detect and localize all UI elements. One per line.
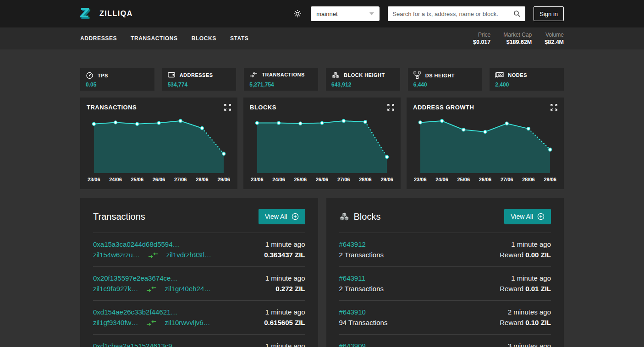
transaction-row: 0xa15a3ca0244d68d5594… zil154w6zrzu… zil… xyxy=(93,233,305,266)
chart-x-label: 24/06 xyxy=(435,177,448,182)
block-reward-label: Reward xyxy=(500,251,525,259)
chart-x-axis: 23/0624/0625/0626/0627/0628/0629/06 xyxy=(250,177,394,182)
chart-x-label: 28/06 xyxy=(522,177,535,182)
transactions-panel: Transactions View All 0xa15a3ca0244d68d5… xyxy=(80,198,318,347)
chart-x-label: 28/06 xyxy=(359,177,372,182)
nav-item-transactions[interactable]: TRANSACTIONS xyxy=(131,35,178,42)
chart-title: BLOCKS xyxy=(250,104,276,111)
top-header: Z Z ZILLIQA mainnet Sign in xyxy=(0,0,644,27)
tx-to-address-link[interactable]: zil10rwvvljv6… xyxy=(165,318,210,327)
stat-label: DS HEIGHT xyxy=(425,73,455,78)
main-nav: ADDRESSES TRANSACTIONS BLOCKS STATS Pric… xyxy=(0,27,644,49)
brand-logo-link[interactable]: Z Z ZILLIQA xyxy=(80,6,133,21)
block-reward-value: 0.01 ZIL xyxy=(525,285,551,293)
blocks-panel: Blocks View All #643912 2 Transactions xyxy=(326,198,564,347)
tx-from-address-link[interactable]: zil154w6zrzu… xyxy=(93,250,140,260)
chart-x-axis: 23/0624/0625/0626/0627/0628/0629/06 xyxy=(87,177,231,182)
nav-item-blocks[interactable]: BLOCKS xyxy=(192,35,216,42)
tx-to-address-link[interactable]: zil1gr40eh24… xyxy=(165,284,211,293)
view-all-label: View All xyxy=(265,213,287,220)
gauge-icon xyxy=(86,71,94,79)
chart-x-label: 26/06 xyxy=(316,177,329,182)
expand-icon[interactable] xyxy=(387,104,394,111)
chart-x-label: 27/06 xyxy=(501,177,513,182)
market-price-value: $0.017 xyxy=(473,38,490,46)
tx-amount: 0.615605 ZIL xyxy=(264,318,305,327)
chart-card-transactions: TRANSACTIONS 23/0624/0625/0626/0627/0628… xyxy=(80,98,237,189)
chart-x-label: 29/06 xyxy=(217,177,230,182)
chart-title: ADDRESS GROWTH xyxy=(413,104,474,111)
block-row: #643911 2 Transactions 1 minute ago Rewa… xyxy=(339,266,551,300)
network-select[interactable]: mainnet xyxy=(311,6,380,21)
chart-x-label: 26/06 xyxy=(479,177,492,182)
expand-icon[interactable] xyxy=(224,104,231,111)
tx-hash-link[interactable]: 0x20f135597e2ea3674ce… xyxy=(93,274,211,283)
tx-amount: 0.363437 ZIL xyxy=(264,250,305,260)
block-row: #643909 3 minutes ago xyxy=(339,334,551,347)
tx-time: 1 minute ago xyxy=(265,342,305,347)
block-reward: Reward 0.00 ZIL xyxy=(500,250,551,260)
block-row: #643912 2 Transactions 1 minute ago Rewa… xyxy=(339,233,551,266)
tx-time: 1 minute ago xyxy=(264,308,305,317)
tx-from-address-link[interactable]: zil1gf9340fw… xyxy=(93,318,138,327)
tx-from-address-link[interactable]: zil1c9fa927k… xyxy=(93,284,138,293)
chart-x-label: 23/06 xyxy=(251,177,264,182)
block-number-link[interactable]: #643909 xyxy=(339,342,366,347)
area-chart xyxy=(87,114,231,175)
transaction-row: 0xd1cbaa2a151524613c9… 1 xyxy=(93,334,305,347)
market-cap-label: Market Cap xyxy=(503,32,532,38)
plus-circle-icon xyxy=(537,213,545,220)
svg-text:Z: Z xyxy=(80,6,90,21)
chart-x-label: 23/06 xyxy=(414,177,427,182)
nav-item-stats[interactable]: STATS xyxy=(230,35,249,42)
block-number-link[interactable]: #643912 xyxy=(339,240,384,249)
sign-in-button[interactable]: Sign in xyxy=(534,6,564,21)
tx-amount: 0.272 ZIL xyxy=(265,284,305,293)
stat-card-ds-height: DS HEIGHT 6,440 xyxy=(408,68,482,91)
chart-x-label: 23/06 xyxy=(88,177,100,182)
block-number-link[interactable]: #643911 xyxy=(339,274,384,283)
nav-item-addresses[interactable]: ADDRESSES xyxy=(80,35,117,42)
transaction-row: 0x20f135597e2ea3674ce… zil1c9fa927k… zil… xyxy=(93,266,305,300)
block-tx-count: 2 Transactions xyxy=(339,250,384,260)
theme-toggle-sun-icon[interactable] xyxy=(292,9,303,19)
block-number-link[interactable]: #643910 xyxy=(339,308,388,317)
nodes-icon xyxy=(495,71,504,78)
stat-card-block-height: BLOCK HEIGHT 643,912 xyxy=(326,68,400,91)
stat-value: 0.05 xyxy=(86,81,149,88)
stat-label: NODES xyxy=(508,72,527,78)
stats-row: TPS 0.05 ADDRESSES 534,774 TRANSACTIONS … xyxy=(80,68,564,91)
chart-x-label: 24/06 xyxy=(272,177,285,182)
market-volume-label: Volume xyxy=(545,32,564,38)
transactions-view-all-button[interactable]: View All xyxy=(259,209,305,224)
chart-x-label: 27/06 xyxy=(174,177,187,182)
block-time: 3 minutes ago xyxy=(508,342,551,347)
blocks-view-all-button[interactable]: View All xyxy=(504,209,551,224)
tx-hash-link[interactable]: 0xd1cbaa2a151524613c9… xyxy=(93,342,179,347)
search-icon[interactable] xyxy=(513,10,521,17)
chart-x-label: 26/06 xyxy=(153,177,165,182)
block-reward-value: 0.10 ZIL xyxy=(525,319,551,326)
blocks-list: #643912 2 Transactions 1 minute ago Rewa… xyxy=(339,233,551,347)
tx-time: 1 minute ago xyxy=(264,240,305,249)
blocks-panel-title: Blocks xyxy=(354,211,381,222)
block-reward-label: Reward xyxy=(500,319,525,326)
stat-card-nodes: NODES 2,400 xyxy=(490,68,564,91)
search-box xyxy=(388,6,525,21)
cubes-icon xyxy=(339,212,349,221)
tx-hash-link[interactable]: 0xd154ae26c33b2f44621… xyxy=(93,308,210,317)
chart-x-label: 27/06 xyxy=(337,177,350,182)
stat-label: TPS xyxy=(98,73,108,78)
transaction-row: 0xd154ae26c33b2f44621… zil1gf9340fw… zil… xyxy=(93,300,305,334)
tx-to-address-link[interactable]: zil1vdrzh93tl… xyxy=(166,250,211,260)
wallet-icon xyxy=(168,71,176,78)
network-select-value: mainnet xyxy=(316,11,337,17)
tx-time: 1 minute ago xyxy=(265,274,305,283)
expand-icon[interactable] xyxy=(550,104,557,111)
chart-card-address-growth: ADDRESS GROWTH 23/0624/0625/0626/0627/06… xyxy=(407,98,564,189)
block-time: 1 minute ago xyxy=(500,274,551,283)
tx-hash-link[interactable]: 0xa15a3ca0244d68d5594… xyxy=(93,240,211,249)
stat-value: 534,774 xyxy=(168,81,231,88)
search-input[interactable] xyxy=(392,11,513,17)
transfer-icon xyxy=(146,286,156,292)
